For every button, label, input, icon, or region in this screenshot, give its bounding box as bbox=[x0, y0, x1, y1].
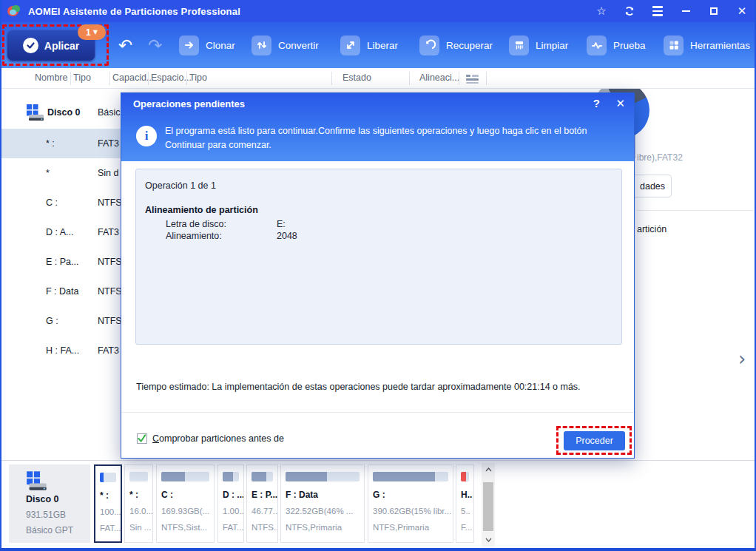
app-logo-icon bbox=[7, 5, 21, 17]
partition-card[interactable]: C : 169.93GB(... NTFS,Sist... bbox=[156, 464, 215, 543]
favorite-star-icon[interactable]: ☆ bbox=[587, 0, 615, 22]
scroll-down-icon[interactable] bbox=[482, 535, 495, 545]
toolbar-button-prueba[interactable]: Prueba bbox=[587, 35, 646, 55]
field-label: Alineamiento: bbox=[166, 231, 222, 241]
pending-operations-dialog: Operaciones pendientes ? ✕ i El programa… bbox=[121, 92, 635, 459]
redo-icon[interactable]: ↷ bbox=[148, 22, 162, 68]
apply-check-icon bbox=[23, 38, 38, 53]
menu-icon[interactable] bbox=[644, 0, 672, 22]
dialog-info-text: El programa está listo para continuar.Co… bbox=[165, 124, 627, 152]
dialog-title: Operaciones pendientes bbox=[133, 98, 245, 109]
toolbar-button-limpiar[interactable]: Limpiar bbox=[509, 35, 568, 55]
col-alineacion[interactable]: Alineaci... bbox=[419, 72, 459, 83]
pending-count-badge[interactable]: 1▼ bbox=[78, 24, 106, 40]
disk-summary-card[interactable]: Disco 0 931.51GB Básico GPT bbox=[9, 464, 90, 543]
usage-bar bbox=[129, 472, 148, 481]
app-title: AOMEI Asistente de Particiones Professio… bbox=[28, 6, 240, 17]
refresh-icon[interactable] bbox=[615, 0, 644, 22]
field-label: Letra de disco: bbox=[166, 219, 226, 229]
dialog-separator bbox=[121, 412, 634, 413]
partition-card[interactable]: D : ... 1.00... FAT... bbox=[217, 464, 244, 543]
proceed-button[interactable]: Proceder bbox=[564, 431, 625, 450]
wipe-shredder-icon bbox=[509, 36, 529, 55]
scroll-up-icon[interactable] bbox=[482, 464, 495, 475]
col-espacio[interactable]: Espacio... bbox=[151, 72, 192, 83]
minimize-button[interactable] bbox=[672, 0, 700, 22]
usage-bar bbox=[100, 473, 116, 482]
partition-card[interactable]: E : P... 46.77... NTFS... bbox=[246, 464, 278, 543]
close-button[interactable]: ✕ bbox=[728, 0, 756, 22]
free-space-label-clipped: ibre),FAT32 bbox=[637, 152, 683, 163]
usage-bar bbox=[286, 472, 360, 481]
window-controls: ☆ ✕ bbox=[587, 0, 756, 22]
toolbar-button-herramientas[interactable]: Herramientas bbox=[664, 35, 750, 55]
tools-grid-icon bbox=[664, 36, 684, 55]
usage-bar bbox=[252, 472, 273, 481]
dialog-close-icon[interactable]: ✕ bbox=[615, 97, 625, 110]
list-column-header: Nombre Tipo Capacid... Espacio... Tipo E… bbox=[1, 68, 755, 89]
usage-bar bbox=[161, 472, 209, 481]
operation-count: Operación 1 de 1 bbox=[145, 180, 216, 191]
partition-card[interactable]: H.. 5.. F... bbox=[456, 464, 474, 543]
window-border-left bbox=[0, 0, 1, 551]
chevron-right-icon[interactable]: › bbox=[738, 348, 746, 370]
partition-card[interactable]: F : Data 322.52GB(46% ... NTFS,Primaria bbox=[280, 464, 365, 543]
badge-caret-icon: ▼ bbox=[93, 29, 98, 36]
partition-action-label-clipped: artición bbox=[637, 224, 666, 234]
estimate-text: Tiempo estimado: La implementación de es… bbox=[136, 382, 624, 392]
operation-name: Alineamiento de partición bbox=[145, 205, 258, 215]
vertical-scrollbar[interactable] bbox=[482, 463, 495, 547]
checkbox-label: Comprobar particiones antes de bbox=[152, 433, 284, 444]
test-pulse-icon bbox=[587, 36, 607, 55]
undo-icon[interactable]: ↶ bbox=[118, 22, 132, 68]
dialog-header: Operaciones pendientes ? ✕ i El programa… bbox=[121, 93, 634, 161]
toolbar: Aplicar 1▼ ↶ ↷ Clonar Convertir Liberar … bbox=[0, 22, 756, 68]
checkbox-icon[interactable] bbox=[137, 433, 147, 444]
toolbar-button-recuperar[interactable]: Recuperar bbox=[419, 35, 493, 55]
clone-arrow-icon bbox=[179, 36, 199, 55]
disk-overview-bar: Disco 0 931.51GB Básico GPT * : 100.... … bbox=[1, 460, 755, 548]
partition-card[interactable]: * : 16.0... Sin ... bbox=[124, 464, 153, 543]
operations-box: Operación 1 de 1 Alineamiento de partici… bbox=[135, 169, 622, 345]
col-nombre[interactable]: Nombre bbox=[35, 72, 67, 83]
usage-bar bbox=[373, 472, 448, 481]
convert-arrows-icon bbox=[252, 36, 271, 55]
scrollbar-thumb[interactable] bbox=[483, 482, 493, 531]
dialog-help-icon[interactable]: ? bbox=[593, 97, 600, 109]
recover-arrow-icon bbox=[419, 36, 439, 55]
resize-diagonal-icon bbox=[340, 36, 360, 55]
col-tipo-1[interactable]: Tipo bbox=[73, 72, 91, 83]
titlebar: AOMEI Asistente de Particiones Professio… bbox=[0, 0, 756, 22]
disk-icon bbox=[26, 470, 48, 494]
usage-bar bbox=[461, 472, 469, 481]
check-partitions-checkbox[interactable]: Comprobar particiones antes de bbox=[137, 433, 284, 444]
field-value: 2048 bbox=[277, 231, 297, 241]
usage-bar bbox=[223, 472, 239, 481]
toolbar-button-convertir[interactable]: Convertir bbox=[252, 35, 319, 55]
col-tipo-2[interactable]: Tipo bbox=[189, 72, 207, 83]
field-value: E: bbox=[277, 219, 286, 229]
window-border-bottom bbox=[0, 548, 756, 551]
toolbar-button-clonar[interactable]: Clonar bbox=[179, 35, 235, 55]
col-estado[interactable]: Estado bbox=[342, 72, 371, 83]
maximize-button[interactable] bbox=[700, 0, 728, 22]
toolbar-button-liberar[interactable]: Liberar bbox=[340, 35, 398, 55]
info-icon: i bbox=[136, 126, 157, 146]
right-panel-divider bbox=[636, 210, 753, 211]
partition-card[interactable]: G : 390.62GB(15% libr... NTFS,Primaria bbox=[368, 464, 453, 543]
column-settings-icon[interactable] bbox=[466, 74, 479, 86]
partition-card-selected[interactable]: * : 100.... FAT... bbox=[94, 464, 122, 543]
app-window: AOMEI Asistente de Particiones Professio… bbox=[0, 0, 756, 551]
apply-label: Aplicar bbox=[44, 40, 79, 52]
